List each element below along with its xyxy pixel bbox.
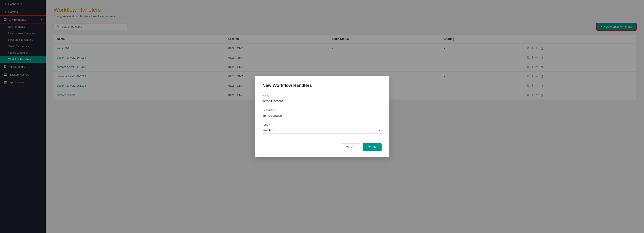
- name-input[interactable]: [262, 98, 382, 104]
- modal-divider: [262, 139, 382, 139]
- name-label: Name *: [262, 94, 382, 97]
- description-label: Description: [262, 109, 382, 112]
- description-field-group: Description: [262, 109, 382, 119]
- type-select-wrapper: Function Container Script ▾: [262, 127, 382, 133]
- create-button[interactable]: Create: [363, 143, 382, 151]
- cancel-button[interactable]: Cancel: [341, 143, 360, 151]
- name-field-group: Name *: [262, 94, 382, 104]
- modal-actions: Cancel Create: [262, 143, 382, 151]
- modal-title: New Workflow Handlers: [262, 83, 382, 88]
- type-select[interactable]: Function Container Script: [262, 127, 382, 133]
- description-input[interactable]: [262, 113, 382, 119]
- type-label: Type *: [262, 123, 382, 126]
- new-workflow-modal: New Workflow Handlers Name * Description…: [254, 76, 390, 157]
- type-field-group: Type * Function Container Script ▾: [262, 123, 382, 133]
- modal-overlay[interactable]: New Workflow Handlers Name * Description…: [0, 0, 644, 233]
